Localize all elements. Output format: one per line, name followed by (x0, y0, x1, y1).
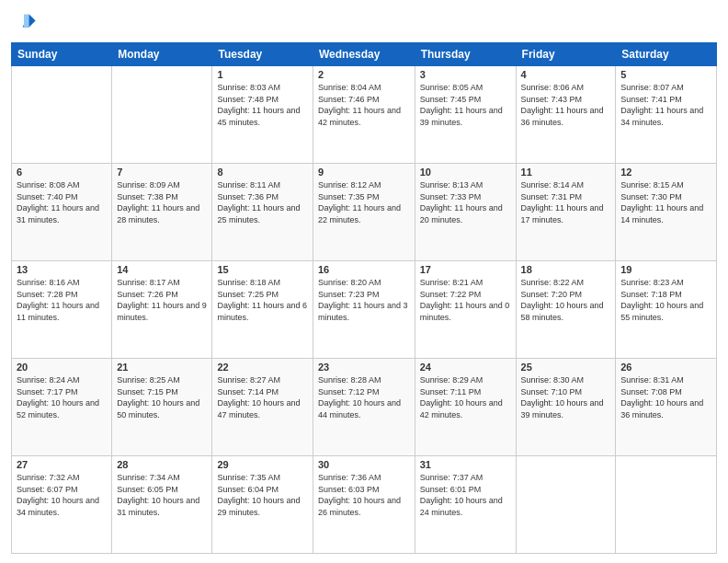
calendar-cell: 5Sunrise: 8:07 AM Sunset: 7:41 PM Daylig… (616, 66, 717, 164)
page-container: SundayMondayTuesdayWednesdayThursdayFrid… (0, 0, 728, 563)
day-number: 6 (17, 167, 107, 178)
cell-content: Sunrise: 8:27 AM Sunset: 7:14 PM Dayligh… (217, 374, 307, 420)
day-number: 2 (318, 69, 410, 80)
day-number: 31 (420, 459, 511, 470)
cell-content: Sunrise: 8:03 AM Sunset: 7:48 PM Dayligh… (217, 82, 307, 128)
cell-content: Sunrise: 8:23 AM Sunset: 7:18 PM Dayligh… (620, 277, 711, 323)
calendar-cell: 21Sunrise: 8:25 AM Sunset: 7:15 PM Dayli… (112, 359, 212, 456)
cell-content: Sunrise: 8:30 AM Sunset: 7:10 PM Dayligh… (521, 374, 611, 420)
logo (11, 9, 40, 35)
calendar-cell: 24Sunrise: 8:29 AM Sunset: 7:11 PM Dayli… (415, 359, 516, 456)
day-number: 5 (620, 69, 711, 80)
calendar-cell: 7Sunrise: 8:09 AM Sunset: 7:38 PM Daylig… (112, 164, 212, 261)
cell-content: Sunrise: 8:14 AM Sunset: 7:31 PM Dayligh… (521, 179, 611, 225)
day-number: 30 (318, 459, 410, 470)
day-number: 25 (521, 362, 611, 373)
day-number: 8 (217, 167, 307, 178)
calendar-cell: 17Sunrise: 8:21 AM Sunset: 7:22 PM Dayli… (415, 261, 516, 359)
calendar-table: SundayMondayTuesdayWednesdayThursdayFrid… (11, 42, 717, 554)
calendar-cell: 15Sunrise: 8:18 AM Sunset: 7:25 PM Dayli… (212, 261, 313, 359)
cell-content: Sunrise: 8:12 AM Sunset: 7:35 PM Dayligh… (318, 179, 410, 225)
weekday-header-row: SundayMondayTuesdayWednesdayThursdayFrid… (12, 43, 717, 66)
cell-content: Sunrise: 8:11 AM Sunset: 7:36 PM Dayligh… (217, 179, 307, 225)
calendar-week-3: 13Sunrise: 8:16 AM Sunset: 7:28 PM Dayli… (12, 261, 717, 359)
calendar-cell: 12Sunrise: 8:15 AM Sunset: 7:30 PM Dayli… (616, 164, 717, 261)
cell-content: Sunrise: 8:17 AM Sunset: 7:26 PM Dayligh… (117, 277, 207, 323)
cell-content: Sunrise: 8:15 AM Sunset: 7:30 PM Dayligh… (620, 179, 711, 225)
cell-content: Sunrise: 7:37 AM Sunset: 6:01 PM Dayligh… (420, 472, 511, 518)
day-number: 20 (17, 362, 107, 373)
day-number: 14 (117, 264, 207, 275)
cell-content: Sunrise: 8:04 AM Sunset: 7:46 PM Dayligh… (318, 82, 410, 128)
calendar-cell: 2Sunrise: 8:04 AM Sunset: 7:46 PM Daylig… (313, 66, 415, 164)
day-number: 22 (217, 362, 307, 373)
calendar-cell: 28Sunrise: 7:34 AM Sunset: 6:05 PM Dayli… (112, 456, 212, 554)
header (11, 9, 717, 35)
calendar-cell: 14Sunrise: 8:17 AM Sunset: 7:26 PM Dayli… (112, 261, 212, 359)
day-number: 12 (620, 167, 711, 178)
day-number: 7 (117, 167, 207, 178)
day-number: 17 (420, 264, 511, 275)
calendar-cell: 27Sunrise: 7:32 AM Sunset: 6:07 PM Dayli… (12, 456, 112, 554)
day-number: 24 (420, 362, 511, 373)
calendar-cell: 1Sunrise: 8:03 AM Sunset: 7:48 PM Daylig… (212, 66, 313, 164)
day-number: 16 (318, 264, 410, 275)
day-number: 9 (318, 167, 410, 178)
svg-marker-1 (24, 15, 29, 28)
calendar-cell: 23Sunrise: 8:28 AM Sunset: 7:12 PM Dayli… (313, 359, 415, 456)
calendar-cell: 9Sunrise: 8:12 AM Sunset: 7:35 PM Daylig… (313, 164, 415, 261)
day-number: 21 (117, 362, 207, 373)
cell-content: Sunrise: 8:31 AM Sunset: 7:08 PM Dayligh… (620, 374, 711, 420)
cell-content: Sunrise: 8:13 AM Sunset: 7:33 PM Dayligh… (420, 179, 511, 225)
cell-content: Sunrise: 8:09 AM Sunset: 7:38 PM Dayligh… (117, 179, 207, 225)
calendar-cell: 11Sunrise: 8:14 AM Sunset: 7:31 PM Dayli… (516, 164, 616, 261)
day-number: 1 (217, 69, 307, 80)
cell-content: Sunrise: 8:18 AM Sunset: 7:25 PM Dayligh… (217, 277, 307, 323)
logo-icon (11, 9, 37, 35)
weekday-header-saturday: Saturday (616, 43, 717, 66)
cell-content: Sunrise: 7:36 AM Sunset: 6:03 PM Dayligh… (318, 472, 410, 518)
cell-content: Sunrise: 8:08 AM Sunset: 7:40 PM Dayligh… (17, 179, 107, 225)
day-number: 15 (217, 264, 307, 275)
cell-content: Sunrise: 8:07 AM Sunset: 7:41 PM Dayligh… (620, 82, 711, 128)
calendar-cell (12, 66, 112, 164)
calendar-cell: 22Sunrise: 8:27 AM Sunset: 7:14 PM Dayli… (212, 359, 313, 456)
cell-content: Sunrise: 8:21 AM Sunset: 7:22 PM Dayligh… (420, 277, 511, 323)
calendar-week-4: 20Sunrise: 8:24 AM Sunset: 7:17 PM Dayli… (12, 359, 717, 456)
calendar-cell: 19Sunrise: 8:23 AM Sunset: 7:18 PM Dayli… (616, 261, 717, 359)
cell-content: Sunrise: 8:25 AM Sunset: 7:15 PM Dayligh… (117, 374, 207, 420)
cell-content: Sunrise: 8:05 AM Sunset: 7:45 PM Dayligh… (420, 82, 511, 128)
calendar-cell: 20Sunrise: 8:24 AM Sunset: 7:17 PM Dayli… (12, 359, 112, 456)
cell-content: Sunrise: 7:32 AM Sunset: 6:07 PM Dayligh… (17, 472, 107, 518)
calendar-cell: 4Sunrise: 8:06 AM Sunset: 7:43 PM Daylig… (516, 66, 616, 164)
cell-content: Sunrise: 8:24 AM Sunset: 7:17 PM Dayligh… (17, 374, 107, 420)
calendar-cell (516, 456, 616, 554)
calendar-body: 1Sunrise: 8:03 AM Sunset: 7:48 PM Daylig… (12, 66, 717, 554)
calendar-cell: 3Sunrise: 8:05 AM Sunset: 7:45 PM Daylig… (415, 66, 516, 164)
weekday-header-tuesday: Tuesday (212, 43, 313, 66)
day-number: 23 (318, 362, 410, 373)
calendar-cell: 25Sunrise: 8:30 AM Sunset: 7:10 PM Dayli… (516, 359, 616, 456)
calendar-cell (616, 456, 717, 554)
calendar-cell: 29Sunrise: 7:35 AM Sunset: 6:04 PM Dayli… (212, 456, 313, 554)
calendar-cell (112, 66, 212, 164)
cell-content: Sunrise: 7:35 AM Sunset: 6:04 PM Dayligh… (217, 472, 307, 518)
calendar-cell: 8Sunrise: 8:11 AM Sunset: 7:36 PM Daylig… (212, 164, 313, 261)
day-number: 10 (420, 167, 511, 178)
day-number: 26 (620, 362, 711, 373)
day-number: 27 (17, 459, 107, 470)
cell-content: Sunrise: 7:34 AM Sunset: 6:05 PM Dayligh… (117, 472, 207, 518)
day-number: 18 (521, 264, 611, 275)
weekday-header-monday: Monday (112, 43, 212, 66)
day-number: 28 (117, 459, 207, 470)
day-number: 4 (521, 69, 611, 80)
day-number: 29 (217, 459, 307, 470)
calendar-cell: 16Sunrise: 8:20 AM Sunset: 7:23 PM Dayli… (313, 261, 415, 359)
calendar-cell: 13Sunrise: 8:16 AM Sunset: 7:28 PM Dayli… (12, 261, 112, 359)
cell-content: Sunrise: 8:28 AM Sunset: 7:12 PM Dayligh… (318, 374, 410, 420)
cell-content: Sunrise: 8:20 AM Sunset: 7:23 PM Dayligh… (318, 277, 410, 323)
day-number: 3 (420, 69, 511, 80)
day-number: 13 (17, 264, 107, 275)
cell-content: Sunrise: 8:16 AM Sunset: 7:28 PM Dayligh… (17, 277, 107, 323)
calendar-cell: 31Sunrise: 7:37 AM Sunset: 6:01 PM Dayli… (415, 456, 516, 554)
